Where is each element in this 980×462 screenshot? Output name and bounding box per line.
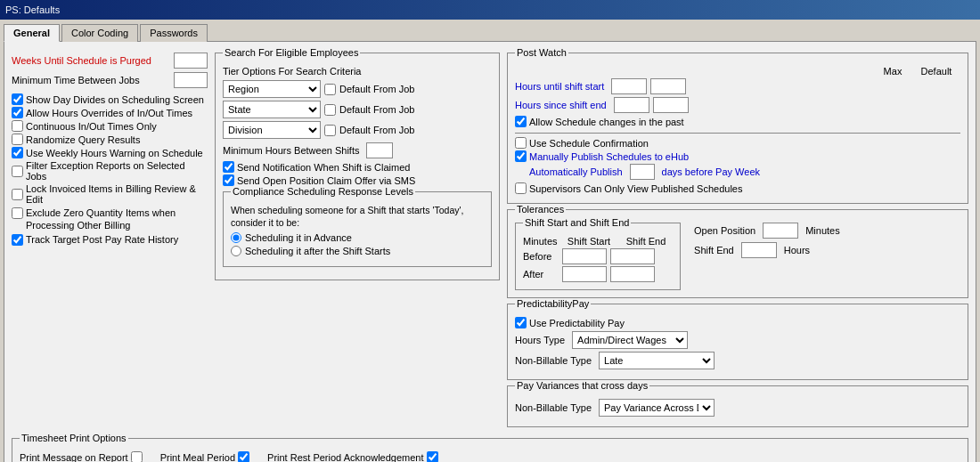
cb-print-message-check[interactable] <box>131 451 143 462</box>
state-select[interactable]: State <box>223 101 321 118</box>
timesheet-box: Timesheet Print Options Print Message on… <box>12 438 968 462</box>
non-billable-select[interactable]: Late <box>599 352 715 369</box>
hours-since-max[interactable]: 16 <box>614 97 649 113</box>
non-billable-label: Non-Billable Type <box>515 355 592 366</box>
hours-until-default[interactable]: 13 <box>650 78 686 94</box>
min-hours-input[interactable]: 1 <box>366 142 393 158</box>
before-label: Before <box>523 251 559 262</box>
pay-variances-title: Pay Variances that cross days <box>515 380 649 391</box>
before-shift-start-input[interactable]: 15 <box>562 248 607 264</box>
cb-allow-hours-check[interactable] <box>12 107 23 118</box>
cb-weekly-hours-label: Use Weekly Hours Warning on Schedule <box>26 148 203 158</box>
tab-general[interactable]: General <box>4 24 60 42</box>
shift-end-unit: Hours <box>784 245 810 255</box>
division-default-check[interactable] <box>324 125 336 136</box>
cb-continuous: Continuous In/Out Times Only <box>12 120 208 132</box>
cb-allow-changes-label: Allow Schedule changes in the past <box>529 117 684 127</box>
region-default-label: Default From Job <box>339 84 414 94</box>
cb-lock-invoiced: Lock Invoiced Items in Billing Review & … <box>12 183 208 205</box>
pay-variances-non-billable-select[interactable]: Pay Variance Across D <box>599 399 715 417</box>
hours-type-label: Hours Type <box>515 335 565 345</box>
radio-after-shift[interactable] <box>231 246 241 256</box>
cb-weekly-hours-check[interactable] <box>12 147 23 158</box>
cb-weekly-hours: Use Weekly Hours Warning on Schedule <box>12 147 208 158</box>
hours-until-max[interactable]: 100 <box>611 78 647 94</box>
cb-exclude-zero: Exclude Zero Quantity Items whenProcessi… <box>12 207 208 232</box>
auto-publish-label: Automatically Publish <box>529 166 623 177</box>
cb-use-schedule-confirm: Use Schedule Confirmation <box>515 137 960 149</box>
cb-track-target: Track Target Post Pay Rate History <box>12 234 208 246</box>
cb-use-predictability-check[interactable] <box>515 317 527 328</box>
predictability-pay-title: PredictabilityPay <box>515 298 591 309</box>
max-header: Max <box>875 66 911 77</box>
min-time-label: Minimum Time Between Jobs <box>12 75 140 85</box>
cb-exclude-zero-label: Exclude Zero Quantity Items whenProcessi… <box>26 207 176 232</box>
cb-print-rest-check[interactable] <box>427 451 438 462</box>
main-content: Weeks Until Schedule is Purged 155 Minim… <box>4 41 976 462</box>
before-shift-end-input[interactable]: 15 <box>610 248 655 264</box>
cb-send-notification-check[interactable] <box>223 161 234 173</box>
cb-track-target-label: Track Target Post Pay Rate History <box>26 234 178 245</box>
cb-print-rest-label: Print Rest Period Acknowledgement <box>267 452 423 463</box>
shift-start-end-title: Shift Start and Shift End <box>523 217 631 228</box>
hours-type-select[interactable]: Admin/Direct Wages <box>572 331 688 349</box>
cb-print-meal: Print Meal Period <box>160 451 249 462</box>
right-panel: Post Watch Max Default Hours until shift… <box>507 53 968 433</box>
state-default-check[interactable] <box>324 104 336 116</box>
region-select[interactable]: Region <box>223 80 321 98</box>
shift-end-label2: Shift End <box>694 245 734 255</box>
hours-since-default[interactable]: 3 <box>653 97 689 113</box>
cb-allow-changes-check[interactable] <box>515 116 527 127</box>
cb-continuous-check[interactable] <box>12 120 23 132</box>
tab-color-coding[interactable]: Color Coding <box>61 24 138 42</box>
open-position-input[interactable]: 240 <box>763 223 798 239</box>
cb-supervisors-label: Supervisors Can Only View Published Sche… <box>529 183 742 194</box>
cb-track-target-check[interactable] <box>12 234 23 246</box>
cb-lock-invoiced-label: Lock Invoiced Items in Billing Review & … <box>26 183 208 205</box>
radio-after-shift-label: Scheduling it after the Shift Starts <box>245 246 390 256</box>
weeks-label: Weeks Until Schedule is Purged <box>12 55 151 66</box>
auto-publish-input[interactable]: 2 <box>630 164 655 180</box>
after-shift-start-input[interactable]: 15 <box>562 266 607 282</box>
cb-show-day-label: Show Day Divides on Scheduling Screen <box>26 94 204 105</box>
tolerances-title: Tolerances <box>515 204 566 215</box>
tab-passwords[interactable]: Passwords <box>140 24 208 42</box>
cb-send-open-position-check[interactable] <box>223 174 234 186</box>
cb-manually-publish-label: Manually Publish Schedules to eHub <box>529 151 689 162</box>
auto-publish-suffix: days before Pay Week <box>662 166 760 177</box>
default-header: Default <box>914 66 959 77</box>
cb-use-schedule-confirm-label: Use Schedule Confirmation <box>529 138 649 149</box>
cb-randomize-label: Randomize Query Results <box>26 134 140 145</box>
cb-filter-exception-check[interactable] <box>12 166 23 177</box>
search-panel: Search For Eligible Employees Tier Optio… <box>215 53 500 433</box>
title-text: PS: Defaults <box>5 4 60 15</box>
cb-exclude-zero-check[interactable] <box>12 207 23 219</box>
cb-supervisors-check[interactable] <box>515 182 527 194</box>
cb-allow-hours: Allow Hours Overrides of In/Out Times <box>12 107 208 118</box>
cb-show-day-check[interactable] <box>12 93 23 105</box>
open-position-label: Open Position <box>694 225 755 236</box>
weeks-input[interactable]: 155 <box>174 53 208 69</box>
cb-print-message: Print Message on Report <box>20 451 143 462</box>
cb-use-schedule-confirm-check[interactable] <box>515 137 527 149</box>
shift-start-col: Shift Start <box>562 236 616 247</box>
cb-allow-changes: Allow Schedule changes in the past <box>515 116 960 127</box>
cb-randomize-check[interactable] <box>12 134 23 145</box>
cb-manually-publish-check[interactable] <box>515 150 527 162</box>
after-label: After <box>523 269 559 280</box>
shift-end-input[interactable]: 30 <box>741 242 777 258</box>
region-default-check[interactable] <box>324 84 336 95</box>
cb-send-notification: Send Notification When Shift is Claimed <box>223 161 492 173</box>
state-default-label: Default From Job <box>339 104 414 115</box>
cb-print-meal-check[interactable] <box>238 451 249 462</box>
cb-continuous-label: Continuous In/Out Times Only <box>26 121 157 132</box>
division-select[interactable]: Division <box>223 121 321 139</box>
after-shift-end-input[interactable]: 15 <box>610 266 655 282</box>
cb-print-rest: Print Rest Period Acknowledgement <box>267 451 437 462</box>
cb-allow-hours-label: Allow Hours Overrides of In/Out Times <box>26 108 192 118</box>
min-time-input[interactable]: 150 <box>174 72 208 88</box>
radio-advance[interactable] <box>231 232 241 243</box>
cb-lock-invoiced-check[interactable] <box>12 189 23 200</box>
search-group-title: Search For Eligible Employees <box>223 47 360 58</box>
tab-bar: General Color Coding Passwords <box>0 20 980 41</box>
